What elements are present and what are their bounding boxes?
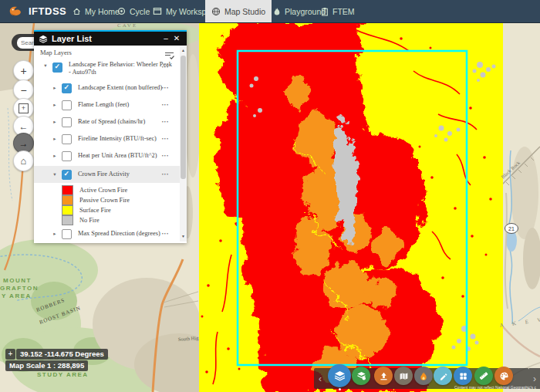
- layer-checkbox[interactable]: ✓: [62, 229, 72, 239]
- active-widget-dot: [339, 388, 341, 390]
- route-shield: 21: [505, 224, 518, 234]
- row-menu-button[interactable]: •••: [162, 231, 169, 236]
- layer-list-panel: Layer List – ✕ Map Layers ▾ ✓ Landscape …: [34, 30, 187, 243]
- expand-caret-icon[interactable]: ▸: [51, 119, 59, 125]
- crosshair-coordinates-button[interactable]: +: [5, 349, 15, 360]
- zoom-out-button[interactable]: −: [13, 79, 34, 100]
- minimize-button[interactable]: –: [160, 32, 171, 46]
- expand-caret-icon[interactable]: ▸: [51, 85, 59, 91]
- playground-flame-icon: [273, 7, 281, 16]
- crosshair-icon: +: [8, 350, 13, 358]
- collapse-caret-icon[interactable]: ▾: [51, 171, 59, 177]
- section-label: Map Layers: [40, 49, 72, 56]
- marker-pen-icon: [438, 371, 448, 381]
- panel-title: Layer List: [52, 34, 160, 43]
- expand-caret-icon[interactable]: ▸: [51, 102, 59, 108]
- legend-swatch: [62, 195, 73, 205]
- row-menu-button[interactable]: •••: [162, 154, 169, 158]
- widgets-button[interactable]: [454, 367, 472, 385]
- map-scale-readout: Map Scale 1 : 288,895: [5, 360, 88, 371]
- layer-checkbox[interactable]: ✓: [62, 170, 72, 180]
- expand-caret-icon[interactable]: ▸: [51, 153, 59, 159]
- chevron-left-icon: ‹: [319, 373, 322, 384]
- panel-header[interactable]: Layer List – ✕: [34, 32, 187, 46]
- minus-icon: −: [20, 84, 26, 96]
- legend-swatch: [62, 205, 73, 215]
- draw-button[interactable]: [434, 367, 452, 385]
- panel-body: Map Layers ▾ ✓ Landscape Fire Behavior: …: [34, 46, 187, 242]
- layer-checkbox[interactable]: ✓: [62, 151, 72, 161]
- iftdss-map-studio: CAVE MOUNTAIN MOUNT GRAFTON Y AREA MOUNT…: [0, 0, 540, 392]
- ruler-icon: [478, 370, 489, 381]
- layer-row: ▸ ✓ Landscape Extent (non buffered) •••: [34, 82, 180, 94]
- fire-behavior-button[interactable]: [414, 367, 433, 385]
- svg-text:21: 21: [508, 226, 515, 231]
- row-menu-button[interactable]: •••: [162, 103, 169, 107]
- legend-item: Passive Crown Fire: [34, 195, 180, 205]
- basemap-gallery-button[interactable]: [352, 367, 370, 385]
- layer-checkbox[interactable]: ✓: [62, 117, 72, 127]
- chevron-right-icon: ›: [533, 373, 536, 384]
- legend-item: No Fire: [34, 215, 180, 225]
- layer-row: ▸ ✓ Fireline Intensity (BTU/ft-sec) •••: [34, 133, 180, 145]
- coordinates-readout: 39.152 -114.675 Degrees: [16, 349, 108, 360]
- workspace-icon: [153, 7, 162, 15]
- expand-caret-icon[interactable]: ▸: [51, 231, 59, 237]
- layer-list-button[interactable]: [328, 364, 351, 387]
- row-menu-button[interactable]: •••: [162, 172, 169, 177]
- nav-ftem[interactable]: FTEM: [315, 0, 361, 22]
- legend-label: No Fire: [79, 217, 100, 224]
- layer-checkbox[interactable]: ✓: [52, 63, 62, 73]
- zoom-in-button[interactable]: +: [13, 60, 34, 81]
- layer-checkbox[interactable]: ✓: [62, 83, 72, 93]
- ftem-clipboard-icon: [321, 7, 329, 16]
- svg-text:STUDY AREA: STUDY AREA: [37, 371, 89, 378]
- brand-text: IFTDSS: [29, 5, 66, 17]
- scrollbar-thumb[interactable]: [181, 56, 186, 179]
- layer-row: ▾ ✓ Landscape Fire Behavior: Wheeler Pea…: [34, 61, 180, 79]
- scroll-down-icon[interactable]: ▼: [180, 233, 187, 240]
- toolbar-scroll-left[interactable]: ‹: [316, 368, 325, 389]
- home-icon: [73, 7, 81, 15]
- layer-row: ▸ ✓ Max Spread Direction (degrees) •••: [34, 228, 180, 240]
- svg-text:MOUNT: MOUNT: [3, 277, 32, 284]
- legend-label: Passive Crown Fire: [79, 197, 130, 204]
- layer-row: ▸ ✓ Rate of Spread (chains/hr) •••: [34, 116, 180, 128]
- zoom-box-icon: +: [19, 103, 29, 113]
- panel-scrollbar[interactable]: ▲ ▼: [180, 46, 187, 242]
- layer-row: ▸ ✓ Flame Length (feet) •••: [34, 99, 180, 111]
- default-extent-button[interactable]: ⌂: [13, 150, 34, 171]
- layer-label: Landscape Fire Behavior: Wheeler Peak - …: [69, 61, 174, 76]
- grid-apps-icon: [458, 371, 468, 381]
- layers-icon: [334, 370, 346, 381]
- upload-data-button[interactable]: [374, 367, 393, 385]
- row-menu-button[interactable]: •••: [162, 86, 169, 90]
- row-menu-button[interactable]: •••: [162, 120, 169, 124]
- row-menu-button[interactable]: •••: [162, 65, 169, 69]
- svg-text:CAVE: CAVE: [117, 22, 137, 29]
- globe-icon: [211, 7, 221, 16]
- palette-button[interactable]: [494, 367, 513, 385]
- svg-text:GRAFTON: GRAFTON: [0, 285, 39, 292]
- close-button[interactable]: ✕: [171, 32, 182, 46]
- layer-checkbox[interactable]: ✓: [62, 100, 72, 110]
- measure-button[interactable]: [474, 367, 493, 385]
- layer-checkbox[interactable]: ✓: [62, 134, 72, 144]
- map-legend-button[interactable]: [394, 367, 413, 385]
- cycle-icon: [117, 7, 126, 15]
- plus-icon: +: [20, 65, 26, 77]
- layers-icon: [39, 35, 48, 43]
- legend-label: Surface Fire: [79, 207, 111, 214]
- expand-caret-icon[interactable]: ▸: [51, 136, 59, 142]
- nav-map-studio[interactable]: Map Studio: [205, 0, 272, 22]
- fire-raster: [199, 19, 503, 392]
- upload-icon: [379, 371, 389, 381]
- back-arrow-icon: ←: [19, 121, 29, 132]
- palette-icon: [499, 371, 509, 381]
- top-nav: IFTDSS My Home Cycle My Workspace: [0, 0, 540, 23]
- row-menu-button[interactable]: •••: [162, 137, 169, 141]
- collapse-caret-icon[interactable]: ▾: [42, 63, 49, 69]
- scroll-up-icon[interactable]: ▲: [180, 47, 187, 54]
- forward-arrow-icon: →: [19, 138, 29, 149]
- folded-map-icon: [399, 371, 409, 380]
